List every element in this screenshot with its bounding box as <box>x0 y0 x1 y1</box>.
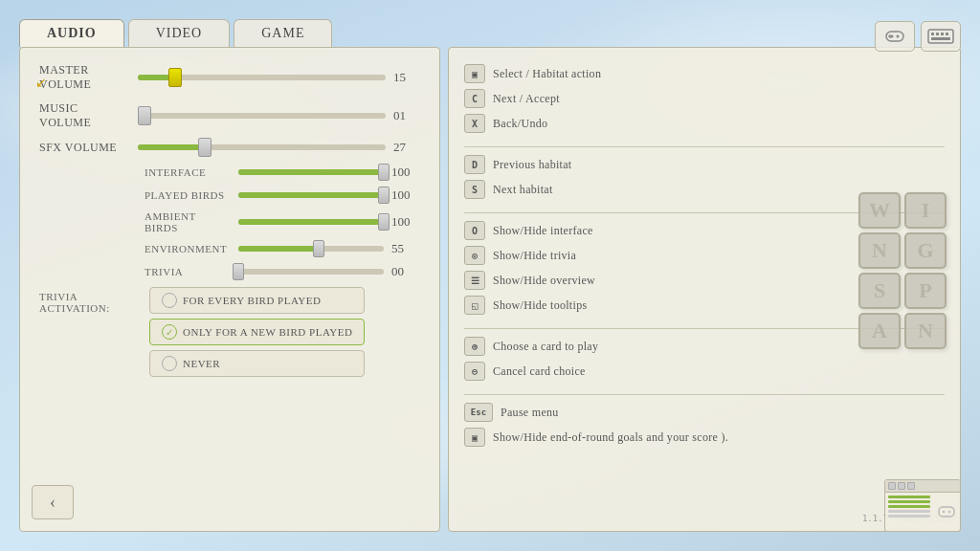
mini-dot-2 <box>898 482 905 490</box>
sfx-volume-thumb[interactable] <box>198 138 212 157</box>
wingspan-letter-s: S <box>858 273 901 309</box>
music-volume-thumb[interactable] <box>138 106 151 125</box>
played-birds-track[interactable] <box>238 192 384 198</box>
sfx-volume-fill <box>138 144 205 150</box>
key-end-round: ▣ <box>464 428 485 447</box>
trivia-label: Trivia <box>145 266 231 277</box>
sfx-volume-row: SFX Volume 27 <box>39 140 420 155</box>
text-cancel-card: Cancel card choice <box>493 364 586 379</box>
tab-game[interactable]: Game <box>234 19 332 47</box>
content-area: ↙ Master Volume 15 Music Volume <box>19 47 961 532</box>
tab-audio[interactable]: Audio <box>19 19 124 47</box>
mini-line-2 <box>888 500 930 503</box>
ambient-birds-thumb[interactable] <box>378 213 390 231</box>
text-select: Select / Habitat action <box>493 67 601 81</box>
ambient-birds-track[interactable] <box>238 219 384 225</box>
keybind-next: C Next / Accept <box>464 86 945 111</box>
trivia-never-label: Never <box>183 358 220 369</box>
mini-line-4 <box>888 510 930 513</box>
keybind-group-5: Esc Pause menu ▣ Show/Hide end-of-round … <box>464 400 945 450</box>
master-volume-label: Master Volume <box>39 63 130 92</box>
key-next: C <box>464 89 485 108</box>
master-volume-slider[interactable] <box>138 75 386 80</box>
keybind-end-round: ▣ Show/Hide end-of-round goals and your … <box>464 425 945 450</box>
key-next-habitat: S <box>464 180 485 199</box>
separator-1 <box>464 146 945 147</box>
trivia-never-radio <box>162 356 177 371</box>
mini-dot-3 <box>907 482 915 490</box>
environment-track[interactable] <box>238 246 384 252</box>
text-prev-habitat: Previous habitat <box>493 158 571 172</box>
music-volume-row: Music Volume 01 <box>39 101 420 130</box>
key-show-interface: O <box>464 221 485 240</box>
text-end-round: Show/Hide end-of-round goals and your sc… <box>493 430 728 445</box>
trivia-track[interactable] <box>238 269 384 275</box>
keybind-select: ▣ Select / Habitat action <box>464 61 945 86</box>
environment-thumb[interactable] <box>313 240 324 257</box>
played-birds-value: 100 <box>391 187 420 203</box>
trivia-option-every[interactable]: For every Bird Played <box>149 287 365 314</box>
interface-value: 100 <box>391 165 420 180</box>
keybind-pause: Esc Pause menu <box>464 400 945 425</box>
text-next-habitat: Next habitat <box>493 183 553 197</box>
text-show-interface: Show/Hide interface <box>493 224 593 238</box>
trivia-option-new[interactable]: ✓ Only For a New Bird Played <box>149 319 365 345</box>
sfx-volume-slider[interactable] <box>138 144 386 150</box>
mini-line-3 <box>888 505 930 508</box>
trivia-every-label: For every Bird Played <box>183 295 321 306</box>
trivia-thumb[interactable] <box>233 263 244 280</box>
key-cancel-card: ⊖ <box>464 362 485 381</box>
master-volume-thumb[interactable] <box>168 68 182 87</box>
svg-rect-11 <box>939 507 954 517</box>
arrow-decoration: ↙ <box>35 75 47 91</box>
keybind-group-1: ▣ Select / Habitat action C Next / Accep… <box>464 61 945 136</box>
trivia-option-never[interactable]: Never <box>149 350 365 377</box>
tabs-bar: Audio Video Game <box>19 19 961 47</box>
trivia-activation-section: Trivia Activation: For every Bird Played… <box>39 287 420 377</box>
wingspan-letter-w: W <box>858 192 901 229</box>
sfx-volume-track <box>138 144 386 150</box>
master-volume-row: Master Volume 15 <box>39 63 420 92</box>
interface-thumb[interactable] <box>378 164 390 181</box>
mini-line-1 <box>888 496 930 498</box>
ambient-birds-label: Ambient Birds <box>145 210 231 233</box>
trivia-activation-label: Trivia Activation: <box>39 287 140 314</box>
environment-slider-row: Environment 55 <box>145 241 420 256</box>
master-volume-track <box>138 75 386 80</box>
back-button[interactable]: ‹ <box>32 485 74 519</box>
mini-line-5 <box>888 515 930 518</box>
text-choose-card: Choose a card to play <box>493 340 598 354</box>
mini-content <box>885 493 960 531</box>
trivia-slider-row: Trivia 00 <box>145 264 420 279</box>
ambient-birds-fill <box>238 219 384 225</box>
environment-value: 55 <box>391 241 420 256</box>
interface-label: Interface <box>145 166 231 178</box>
mini-thumb-header <box>885 480 960 493</box>
master-volume-value: 15 <box>393 70 420 85</box>
music-volume-label: Music Volume <box>39 101 130 130</box>
mini-left <box>885 493 933 531</box>
trivia-value: 00 <box>391 264 420 279</box>
ambient-birds-slider-row: Ambient Birds 100 <box>145 210 420 233</box>
ambient-birds-value: 100 <box>391 214 420 230</box>
played-birds-thumb[interactable] <box>378 187 390 204</box>
music-volume-slider[interactable] <box>138 113 386 119</box>
wingspan-letter-n2: N <box>904 313 947 349</box>
interface-fill <box>238 169 384 175</box>
mini-thumbnail[interactable] <box>884 479 961 532</box>
key-show-tooltips: ◱ <box>464 296 485 315</box>
sfx-volume-label: SFX Volume <box>39 141 130 155</box>
key-show-overview: ☰ <box>464 271 485 290</box>
tab-video[interactable]: Video <box>128 19 231 47</box>
environment-fill <box>238 246 319 252</box>
wingspan-logo: W I N G S P A N <box>858 192 947 349</box>
text-show-trivia: Show/Hide trivia <box>493 249 576 263</box>
wingspan-letter-n: N <box>858 232 901 269</box>
separator-4 <box>464 394 945 395</box>
master-volume-section: Master Volume 15 Music Volume <box>39 63 420 155</box>
text-back: Back/Undo <box>493 117 547 131</box>
interface-track[interactable] <box>238 169 384 175</box>
key-show-trivia: ⊙ <box>464 246 485 265</box>
mini-right-icon <box>933 493 960 531</box>
text-next: Next / Accept <box>493 92 560 106</box>
